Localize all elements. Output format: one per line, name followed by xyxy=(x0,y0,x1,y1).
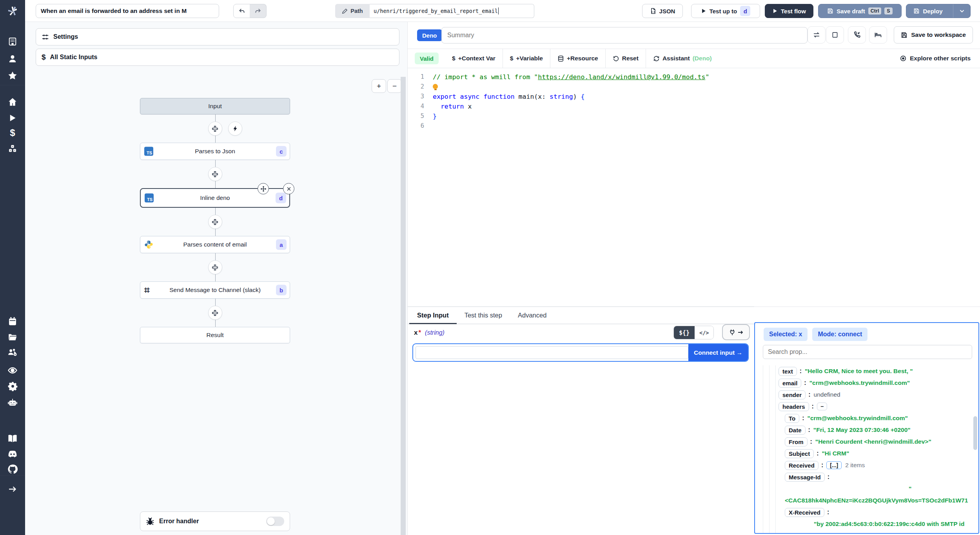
prop-row-x-received[interactable]: X-Received: xyxy=(755,506,978,518)
play-icon[interactable] xyxy=(0,110,25,126)
save-to-workspace-button[interactable]: Save to workspace xyxy=(894,26,973,44)
path-input[interactable]: u/henri/triggered_by_email_report_email xyxy=(370,4,534,18)
prop-row-message-id[interactable]: Message-Id: xyxy=(755,471,978,483)
code-line[interactable]: 5} xyxy=(408,111,980,121)
code-line[interactable]: 1// import * as wmill from "https://deno… xyxy=(408,72,980,82)
flow-node-parses-content[interactable]: Parses content of email a xyxy=(140,236,290,253)
windmill-logo[interactable] xyxy=(0,3,25,19)
prop-row-headers[interactable]: headers:− xyxy=(755,401,978,412)
flow-node-input[interactable]: Input xyxy=(140,98,290,114)
flow-node-send-message-slack[interactable]: ⌗ Send Message to Channel (slack) b xyxy=(140,281,290,299)
prop-row-received[interactable]: Received:[...]2 items xyxy=(755,459,978,471)
add-step-button[interactable] xyxy=(208,215,222,229)
explore-other-scripts-button[interactable]: Explore other scripts xyxy=(897,54,973,62)
code-line[interactable]: 4 return x xyxy=(408,102,980,111)
template-mode-option[interactable]: ${} xyxy=(674,326,695,339)
collapse-toggle[interactable]: − xyxy=(817,403,827,410)
prop-row-subject[interactable]: Subject:"Hi CRM" xyxy=(755,448,978,459)
prop-key[interactable]: Date xyxy=(785,426,806,435)
json-button[interactable]: JSON xyxy=(642,4,683,18)
robot-icon[interactable] xyxy=(0,395,25,410)
collapsed-array-box[interactable]: [...] xyxy=(826,461,842,469)
arrow-right-icon[interactable] xyxy=(0,481,25,497)
dollar-icon[interactable]: $ xyxy=(0,125,25,141)
prop-key[interactable]: sender xyxy=(779,390,806,399)
cubes-icon[interactable] xyxy=(0,141,25,156)
deploy-button[interactable]: Deploy xyxy=(906,4,971,18)
deploy-main[interactable]: Deploy xyxy=(906,4,950,18)
canvas-scrollbar[interactable] xyxy=(401,77,406,535)
prop-key[interactable]: To xyxy=(785,414,799,423)
user-group-gear-icon[interactable] xyxy=(0,345,25,360)
prop-row-text[interactable]: text:"Hello CRM, Nice to meet you. Best,… xyxy=(755,365,978,377)
trigger-button[interactable] xyxy=(228,122,242,136)
test-up-to-button[interactable]: Test up to d xyxy=(691,4,760,18)
add-step-button[interactable] xyxy=(208,260,222,274)
test-up-to-step-badge[interactable]: d xyxy=(740,6,750,16)
user-icon[interactable] xyxy=(0,51,25,67)
lightbulb-icon[interactable] xyxy=(433,84,438,89)
reset-button[interactable]: Reset xyxy=(606,55,646,62)
prop-row-to[interactable]: To:"crm@webhooks.trywindmill.com" xyxy=(755,412,978,424)
test-flow-button[interactable]: Test flow xyxy=(765,4,813,18)
connect-input-button[interactable]: Connect input → xyxy=(688,344,748,361)
search-prop-input[interactable] xyxy=(763,345,972,359)
add-resource-button[interactable]: +Resource xyxy=(550,55,605,62)
zoom-out-button[interactable]: − xyxy=(387,79,402,93)
add-step-button[interactable] xyxy=(208,167,222,181)
building-icon[interactable] xyxy=(0,34,25,49)
flow-node-inline-deno[interactable]: TS Inline deno d xyxy=(140,188,290,208)
discord-icon[interactable] xyxy=(0,446,25,462)
save-draft-button[interactable]: Save draft Ctrl S xyxy=(818,4,902,18)
settings-box[interactable]: Settings xyxy=(36,28,399,45)
prop-row-from[interactable]: From:"Henri Courdent <henri@windmill.dev… xyxy=(755,436,978,448)
home-icon[interactable] xyxy=(0,94,25,110)
prop-row-email[interactable]: email:"crm@webhooks.trywindmill.com" xyxy=(755,377,978,389)
eye-icon[interactable] xyxy=(0,363,25,378)
add-step-button[interactable] xyxy=(208,306,222,320)
prop-key[interactable]: Received xyxy=(785,461,818,470)
code-line[interactable]: 3export async function main(x: string) { xyxy=(408,92,980,102)
code-line[interactable]: 6 xyxy=(408,121,980,131)
zoom-in-button[interactable]: + xyxy=(372,79,386,93)
github-icon[interactable] xyxy=(0,461,25,477)
prop-key[interactable]: email xyxy=(779,379,801,388)
undo-button[interactable] xyxy=(233,4,250,18)
prop-key[interactable]: From xyxy=(785,437,808,446)
flow-node-result[interactable]: Result xyxy=(140,327,290,343)
deploy-dropdown[interactable] xyxy=(953,4,970,18)
book-icon[interactable] xyxy=(0,431,25,446)
add-variable-button[interactable]: $ +Variable xyxy=(503,55,550,62)
sync-button[interactable] xyxy=(808,26,826,44)
flow-node-parses-to-json[interactable]: TS Parses to Json c xyxy=(140,143,290,160)
summary-input[interactable] xyxy=(441,27,808,44)
tab-advanced[interactable]: Advanced xyxy=(510,307,554,324)
prop-key[interactable]: X-Received xyxy=(785,508,824,517)
value-mode-toggle[interactable]: ${} </> xyxy=(673,326,714,339)
prop-key[interactable]: headers xyxy=(779,402,809,411)
calendar-icon[interactable] xyxy=(0,314,25,329)
prop-key[interactable]: Subject xyxy=(785,449,814,458)
prop-key[interactable]: Message-Id xyxy=(785,473,825,482)
phone-incoming-button[interactable] xyxy=(848,26,866,44)
step-value-input[interactable] xyxy=(416,346,688,359)
connect-plug-button[interactable] xyxy=(722,324,750,340)
code-line[interactable]: 2 xyxy=(408,82,980,92)
language-badge[interactable]: Deno xyxy=(417,29,442,41)
prop-row-date[interactable]: Date:"Fri, 12 May 2023 07:30:46 +0200" xyxy=(755,424,978,436)
error-handler-box[interactable]: Error handler xyxy=(140,511,290,531)
all-static-inputs-box[interactable]: $ All Static Inputs xyxy=(36,49,399,66)
assistant-button[interactable]: Assistant (Deno) xyxy=(646,55,719,62)
flow-title-input[interactable] xyxy=(36,4,219,18)
portrait-view-button[interactable] xyxy=(826,26,844,44)
add-context-var-button[interactable]: $ +Context Var xyxy=(445,55,503,62)
code-mode-option[interactable]: </> xyxy=(695,326,713,339)
tab-test-this-step[interactable]: Test this step xyxy=(457,307,510,324)
gear-icon[interactable] xyxy=(0,378,25,394)
add-step-button[interactable] xyxy=(208,122,222,136)
redo-button[interactable] xyxy=(250,4,267,18)
prop-tree-scrollbar[interactable] xyxy=(973,416,977,450)
bed-button[interactable] xyxy=(869,26,887,44)
folder-icon[interactable] xyxy=(0,329,25,345)
prop-row-sender[interactable]: sender:undefined xyxy=(755,389,978,401)
